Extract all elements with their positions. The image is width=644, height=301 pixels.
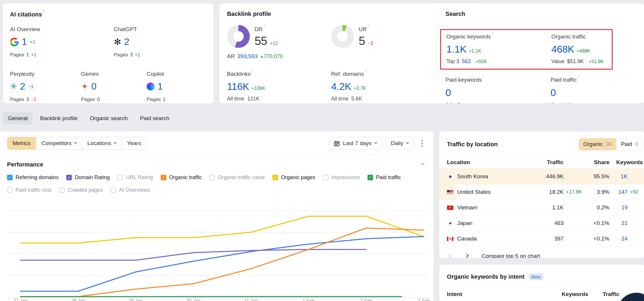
pages-count-link[interactable]: 3 bbox=[130, 52, 133, 58]
ai-citation-count[interactable]: 1 bbox=[22, 36, 27, 47]
top3-value-link[interactable]: 563 bbox=[462, 58, 471, 65]
intent-table-header: Intent Keywords Traffic bbox=[439, 287, 644, 301]
organic-traffic-value-link[interactable]: 468K bbox=[551, 43, 574, 55]
ai-citation-count[interactable]: 0 bbox=[91, 81, 96, 92]
backlinks-value-link[interactable]: 116K bbox=[227, 81, 249, 92]
chart-mode-group: Metrics Competitors Locations Years bbox=[7, 137, 147, 150]
checkbox-organic-traffic-value[interactable] bbox=[209, 175, 215, 180]
metric-toggle-impressions[interactable]: Impressions bbox=[323, 174, 360, 181]
ads-value-link[interactable]: 0 bbox=[457, 102, 460, 103]
performance-card: Metrics Competitors Locations Years Last… bbox=[0, 132, 433, 301]
metric-toggle-paid-traffic[interactable]: ✓Paid traffic bbox=[367, 174, 401, 181]
svg-text:30 Jan: 30 Jan bbox=[186, 298, 200, 301]
metric-toggle-ai-overviews[interactable]: AI Overviews bbox=[111, 187, 150, 193]
metric-toggle-url-rating[interactable]: URL Rating bbox=[117, 174, 153, 181]
report-tabs: General Backlink profile Organic search … bbox=[3, 112, 174, 124]
info-icon[interactable]: i bbox=[492, 31, 493, 35]
checkbox-paid-traffic-cost[interactable] bbox=[7, 187, 13, 193]
granularity-button[interactable]: Daily bbox=[386, 137, 413, 150]
col-traffic: Traffic bbox=[520, 159, 564, 166]
metric-toggle-referring-domains[interactable]: ✓Referring domains bbox=[7, 174, 59, 181]
pages-delta: +1 bbox=[31, 52, 36, 58]
ar-value-link[interactable]: 393,593 bbox=[237, 53, 257, 60]
chevron-down-icon bbox=[406, 141, 409, 144]
traffic-by-location-title: Traffic by location bbox=[447, 141, 498, 148]
ai-citation-delta: −1 bbox=[28, 84, 33, 89]
checkbox-url-rating[interactable] bbox=[117, 175, 123, 180]
metric-toggle-organic-traffic[interactable]: ✓Organic traffic bbox=[161, 174, 202, 181]
ahrefs-rank-row: AR 393,593 ▲770,070 bbox=[227, 53, 429, 60]
metrics-button[interactable]: Metrics bbox=[7, 137, 36, 149]
metric-toggle-organic-traffic-value[interactable]: Organic traffic value bbox=[209, 174, 265, 181]
info-icon[interactable]: i bbox=[578, 74, 579, 78]
pages-count-link[interactable]: 1 bbox=[26, 52, 29, 58]
ref-domains-delta: +3.7K bbox=[354, 86, 366, 91]
checkbox-impressions[interactable] bbox=[323, 175, 328, 180]
checkbox-domain-rating[interactable]: ✓ bbox=[66, 175, 72, 180]
pages-count-link[interactable]: 0 bbox=[97, 97, 100, 102]
date-range-button[interactable]: Last 7 days bbox=[329, 137, 382, 150]
info-icon[interactable]: i bbox=[43, 9, 44, 13]
location-pager: Compare top 5 on chart bbox=[439, 247, 644, 258]
next-page-button[interactable] bbox=[464, 253, 469, 258]
checkbox-paid-traffic[interactable]: ✓ bbox=[367, 175, 373, 180]
ai-citations-title: AI citationsi bbox=[10, 11, 206, 18]
svg-text:29 Jan: 29 Jan bbox=[129, 298, 143, 301]
tab-backlink-profile[interactable]: Backlink profile bbox=[35, 112, 83, 124]
ar-delta: ▲770,070 bbox=[260, 53, 283, 60]
flag-ca-icon bbox=[447, 237, 453, 241]
metric-toggle-crawled-pages[interactable]: Crawled pages bbox=[59, 187, 103, 193]
paid-keywords-value-link[interactable]: 0 bbox=[445, 87, 451, 98]
keywords-link[interactable]: 147 bbox=[609, 189, 628, 195]
info-icon[interactable]: i bbox=[365, 68, 366, 73]
dr-label: DR bbox=[255, 26, 262, 32]
share-value: 0.2% bbox=[584, 204, 609, 211]
keywords-link[interactable]: 21 bbox=[609, 220, 628, 226]
alltime-label: All time bbox=[331, 96, 348, 102]
more-options-button[interactable] bbox=[418, 137, 426, 149]
ai-citation-chatgpt: ChatGPT✻2Pages3+1 bbox=[114, 26, 140, 58]
checkbox-organic-pages[interactable]: ✓ bbox=[272, 175, 278, 180]
pages-count-link[interactable]: 3 bbox=[26, 97, 29, 102]
paid-traffic-value-link[interactable]: 0 bbox=[550, 87, 556, 98]
ai-citation-count[interactable]: 2 bbox=[124, 36, 129, 47]
locations-button[interactable]: Locations bbox=[82, 137, 122, 149]
metric-toggle-domain-rating[interactable]: ✓Domain Rating bbox=[66, 174, 110, 181]
traffic-by-location-card: Traffic by location Organic30 Paid0 Loca… bbox=[439, 132, 644, 258]
ai-citation-count[interactable]: 1 bbox=[157, 81, 163, 92]
metric-toggle-paid-traffic-cost[interactable]: Paid traffic cost bbox=[7, 187, 52, 193]
organic-keywords-value-link[interactable]: 1.1K bbox=[446, 43, 467, 55]
keywords-link[interactable]: 1K bbox=[609, 173, 628, 180]
checkbox-ai-overviews[interactable] bbox=[111, 187, 116, 193]
toggle-organic[interactable]: Organic30 bbox=[579, 138, 616, 150]
ai-citation-count[interactable]: 2 bbox=[20, 81, 25, 92]
metric-toggle-organic-pages[interactable]: ✓Organic pages bbox=[272, 174, 315, 181]
top3-label: Top 3 bbox=[446, 58, 459, 65]
info-icon[interactable]: i bbox=[252, 68, 252, 73]
pages-count-link[interactable]: 1 bbox=[163, 97, 165, 102]
checkbox-organic-traffic[interactable]: ✓ bbox=[161, 175, 166, 180]
info-icon[interactable]: i bbox=[483, 74, 484, 78]
keywords-link[interactable]: 19 bbox=[609, 204, 628, 211]
collapse-section-button[interactable] bbox=[421, 161, 425, 168]
checkbox-referring-domains[interactable]: ✓ bbox=[7, 175, 13, 180]
info-icon[interactable]: i bbox=[587, 31, 588, 35]
toggle-paid[interactable]: Paid0 bbox=[616, 138, 643, 150]
years-button[interactable]: Years bbox=[122, 137, 146, 149]
checkbox-crawled-pages[interactable] bbox=[59, 187, 65, 193]
tab-paid-search[interactable]: Paid search bbox=[135, 112, 174, 124]
traffic-value: 446.9K bbox=[520, 173, 564, 180]
ref-domains-value-link[interactable]: 4.2K bbox=[331, 81, 351, 92]
backlink-search-card: Backlink profile DRi 55 +12 URi bbox=[219, 4, 644, 103]
prev-page-button[interactable] bbox=[448, 253, 453, 258]
tab-general[interactable]: General bbox=[3, 112, 33, 124]
keywords-link[interactable]: 24 bbox=[609, 236, 628, 242]
metric-label: Domain Rating bbox=[75, 174, 110, 181]
search-section: Search Organic keywordsi 1.1K+1.1K Top 3… bbox=[437, 4, 644, 103]
competitors-button[interactable]: Competitors bbox=[36, 137, 82, 149]
ai-citation-delta: +1 bbox=[30, 39, 35, 45]
tab-organic-search[interactable]: Organic search bbox=[85, 112, 133, 124]
backlinks-stat: Backlinksi 116K+106K All time121K bbox=[227, 70, 331, 102]
info-icon[interactable]: i bbox=[368, 23, 369, 28]
info-icon[interactable]: i bbox=[264, 23, 265, 28]
